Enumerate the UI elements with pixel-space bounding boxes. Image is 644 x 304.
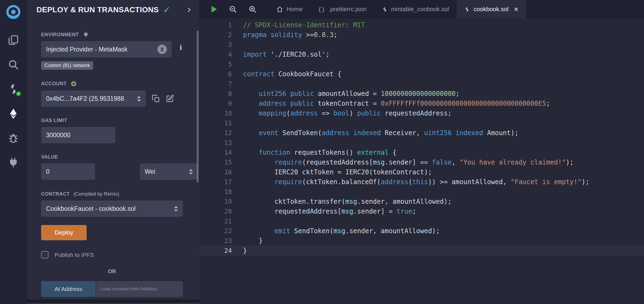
code-line: 19 cktToken.transfer(msg.sender, amountA… [199,197,644,206]
panel-header: DEPLOY & RUN TRANSACTIONS ✓ [27,0,199,20]
tab-home[interactable]: Home [269,0,310,19]
edit-icon[interactable] [166,95,174,103]
tab-prettierrc-json[interactable]: {}.prettierrc.json [310,0,374,19]
code-text[interactable]: uint256 public amountAllowed = 100000000… [232,89,460,99]
home-icon [277,6,283,13]
line-number[interactable]: 3 [199,40,232,50]
line-number[interactable]: 23 [199,236,232,246]
line-number[interactable]: 13 [199,138,232,148]
code-line: 24} [199,246,644,256]
line-number[interactable]: 14 [199,148,232,157]
deploy-button[interactable]: Deploy [41,225,87,240]
value-label-row: VALUE [41,154,199,160]
publish-ipfs-label: Publish to IPFS [54,252,94,258]
remix-logo[interactable] [4,4,22,22]
code-text[interactable] [232,216,243,226]
line-number[interactable]: 19 [199,197,232,206]
editor-actions [199,5,266,14]
account-value: 0x4bC...7a4F2 (25.9531988 [46,95,134,102]
add-account-icon[interactable] [71,81,77,87]
line-number[interactable]: 21 [199,216,232,226]
code-text[interactable]: } [232,236,263,246]
code-text[interactable] [232,138,243,148]
environment-select[interactable]: Injected Provider - MetaMask [41,41,172,57]
code-line: 20 requestedAddress[msg.sender] = true; [199,206,644,216]
zoom-in-icon[interactable] [248,5,257,14]
code-text[interactable] [232,59,243,69]
value-unit-select[interactable]: Wei [140,163,198,180]
account-label: ACCOUNT [41,81,67,87]
code-text[interactable]: requestedAddress[msg.sender] = true; [232,206,416,216]
publish-ipfs-checkbox[interactable] [41,251,48,259]
code-line: 5 [199,59,644,69]
code-text[interactable] [232,79,243,89]
at-address-button[interactable]: At Address [41,281,96,297]
plugin-manager-icon[interactable] [7,156,20,169]
code-text[interactable]: function requestTokens() external { [232,148,397,157]
code-text[interactable] [232,40,243,50]
code-text[interactable]: contract CookbookFaucet { [232,69,341,79]
line-number[interactable]: 20 [199,206,232,216]
line-number[interactable]: 24 [199,246,232,256]
code-text[interactable]: // SPDX-License-Identifier: MIT [232,20,365,30]
code-text[interactable]: } [232,246,247,256]
line-number[interactable]: 7 [199,79,232,89]
code-line: 21 [199,216,644,226]
line-number[interactable]: 18 [199,187,232,197]
line-number[interactable]: 15 [199,157,232,167]
line-number[interactable]: 11 [199,118,232,128]
solidity-file-icon [464,7,470,12]
account-select[interactable]: 0x4bC...7a4F2 (25.9531988 [41,90,146,107]
search-icon[interactable] [7,58,20,71]
code-text[interactable]: import './IERC20.sol'; [232,50,330,59]
code-line: 13 [199,138,644,148]
contract-select[interactable]: CookbookFaucet - cookbook.sol [41,200,183,217]
code-text[interactable]: pragma solidity >=0.8.3; [232,30,338,40]
zoom-out-icon[interactable] [229,5,237,14]
line-number[interactable]: 1 [199,20,232,30]
line-number[interactable]: 9 [199,99,232,108]
code-text[interactable]: emit SendToken(msg.sender, amountAllowed… [232,226,440,236]
panel-scrollbar[interactable] [197,31,199,183]
code-text[interactable]: require(cktToken.balanceOf(address(this)… [232,177,590,187]
deploy-run-panel: DEPLOY & RUN TRANSACTIONS ✓ ENVIRONMENT … [27,0,199,304]
code-text[interactable]: require(requestedAddress[msg.sender] == … [232,157,574,167]
gas-limit-input[interactable] [41,127,116,143]
line-number[interactable]: 5 [199,59,232,69]
deploy-run-icon[interactable] [7,107,20,120]
info-icon[interactable]: i [180,43,182,52]
code-text[interactable]: mapping(address => bool) public requeste… [232,108,452,118]
environment-label-row: ENVIRONMENT [41,32,199,38]
solidity-compiler-icon[interactable]: ✓ [7,83,20,95]
line-number[interactable]: 10 [199,108,232,118]
chevron-right-icon[interactable] [186,7,192,13]
at-address-input[interactable] [96,281,183,297]
run-script-icon[interactable] [209,5,218,13]
code-text[interactable] [232,187,243,197]
line-number[interactable]: 8 [199,89,232,99]
remix-ide: ✓ DEPLOY & RUN TRANSACTIONS [0,0,644,304]
line-number[interactable]: 4 [199,50,232,59]
line-number[interactable]: 12 [199,128,232,138]
close-icon[interactable]: × [514,5,519,13]
swap-icon[interactable] [157,45,167,54]
code-text[interactable]: address public tokenContract = 0xFFFFfFF… [232,99,550,108]
code-text[interactable]: cktToken.transfer(msg.sender, amountAllo… [232,197,452,206]
copy-icon[interactable] [152,95,160,103]
tab-mintable-coobook-sol[interactable]: mintable_coobook.sol [374,0,457,19]
line-number[interactable]: 22 [199,226,232,236]
code-line: 12 event SendToken(address indexed Recei… [199,128,644,138]
file-explorer-icon[interactable] [7,34,20,46]
line-number[interactable]: 16 [199,167,232,177]
tab-cookbook-sol[interactable]: cookbook.sol× [457,0,526,19]
line-number[interactable]: 6 [199,69,232,79]
value-input[interactable] [41,163,95,180]
code-text[interactable] [232,118,243,128]
code-text[interactable]: event SendToken(address indexed Receiver… [232,128,519,138]
icon-sidebar: ✓ [0,0,27,304]
code-area[interactable]: 1// SPDX-License-Identifier: MIT2pragma … [199,19,644,304]
line-number[interactable]: 2 [199,30,232,40]
code-text[interactable]: IERC20 cktToken = IERC20(tokenContract); [232,167,432,177]
line-number[interactable]: 17 [199,177,232,187]
debugger-icon[interactable] [7,132,20,144]
